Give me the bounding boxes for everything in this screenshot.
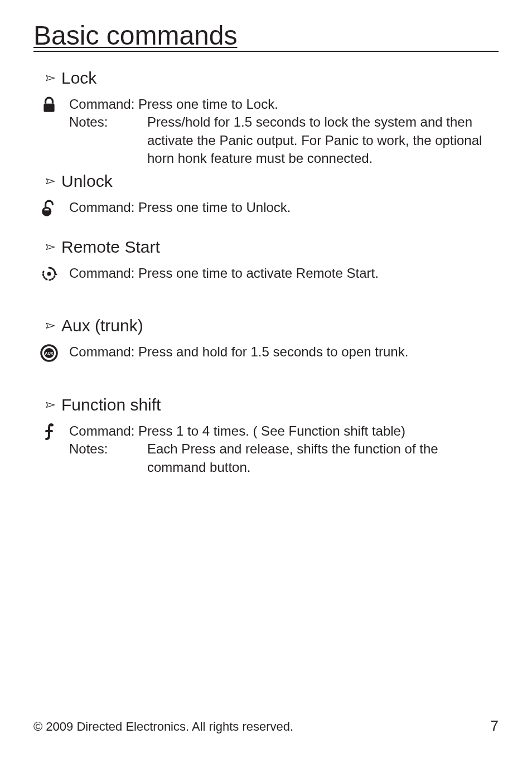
lock-notes-text: Press/hold for 1.5 seconds to lock the s… <box>147 113 499 167</box>
aux-text: Command: Press and hold for 1.5 seconds … <box>69 343 499 361</box>
remote-command-row: Command: Press one time to activate Remo… <box>69 264 499 282</box>
fshift-text: Command: Press 1 to 4 times. ( See Funct… <box>69 422 499 476</box>
remote-command-text: : Press one time to activate Remote Star… <box>131 265 379 281</box>
unlock-command-text: : Press one time to Unlock. <box>131 200 291 215</box>
section-aux: Aux (trunk) AUX Command: Press and hold … <box>33 316 499 362</box>
unlock-icon <box>38 199 60 218</box>
arrowhead-icon <box>46 177 56 185</box>
heading-lock: Lock <box>33 69 499 88</box>
heading-fshift-text: Function shift <box>61 395 161 414</box>
aux-block: AUX Command: Press and hold for 1.5 seco… <box>33 343 499 362</box>
aux-command-text: : Press and hold for 1.5 seconds to open… <box>131 344 409 359</box>
lock-block: Command: Press one time to Lock. Notes: … <box>33 95 499 168</box>
command-label: Command <box>69 423 131 438</box>
page-title-wrap: Basic commands <box>33 21 499 52</box>
unlock-command-row: Command: Press one time to Unlock. <box>69 199 499 216</box>
arrowhead-icon <box>46 322 56 330</box>
arrowhead-icon <box>46 401 56 409</box>
heading-aux: Aux (trunk) <box>33 316 499 335</box>
document-page: Basic commands Lock Command: Press one t… <box>0 0 532 758</box>
heading-remote-start: Remote Start <box>33 238 499 257</box>
fshift-block: Command: Press 1 to 4 times. ( See Funct… <box>33 422 499 476</box>
lock-notes-row: Notes: Press/hold for 1.5 seconds to loc… <box>69 113 499 167</box>
copyright-text: © 2009 Directed Electronics. All rights … <box>33 720 293 734</box>
heading-function-shift: Function shift <box>33 395 499 414</box>
command-label: Command <box>69 200 131 215</box>
svg-point-1 <box>42 207 51 216</box>
heading-unlock: Unlock <box>33 172 499 191</box>
function-shift-icon <box>38 422 60 440</box>
lock-text: Command: Press one time to Lock. Notes: … <box>69 95 499 168</box>
remote-block: Command: Press one time to activate Remo… <box>33 264 499 282</box>
lock-command-text: : Press one time to Lock. <box>131 96 278 112</box>
svg-point-7 <box>50 423 54 426</box>
heading-lock-text: Lock <box>61 69 96 88</box>
remote-text: Command: Press one time to activate Remo… <box>69 264 499 282</box>
section-lock: Lock Command: Press one time to Lock. No… <box>33 69 499 168</box>
aux-command-row: Command: Press and hold for 1.5 seconds … <box>69 343 499 361</box>
svg-text:AUX: AUX <box>45 351 54 355</box>
section-unlock: Unlock Command: Press one time to Unlock… <box>33 172 499 218</box>
lock-command-row: Command: Press one time to Lock. <box>69 95 499 113</box>
fshift-notes-row: Notes: Each Press and release, shifts th… <box>69 440 499 476</box>
heading-unlock-text: Unlock <box>61 172 113 191</box>
command-label: Command <box>69 265 131 281</box>
command-label: Command <box>69 344 131 359</box>
unlock-text: Command: Press one time to Unlock. <box>69 199 499 216</box>
page-title: Basic commands <box>33 21 499 51</box>
remote-start-icon <box>38 264 60 282</box>
unlock-block: Command: Press one time to Unlock. <box>33 199 499 218</box>
notes-label: Notes: <box>69 440 147 458</box>
arrowhead-icon <box>46 243 56 251</box>
heading-aux-text: Aux (trunk) <box>61 316 143 335</box>
fshift-notes-text: Each Press and release, shifts the funct… <box>147 440 499 476</box>
svg-point-2 <box>47 272 51 276</box>
svg-rect-0 <box>43 104 54 112</box>
aux-icon: AUX <box>38 343 60 362</box>
page-number: 7 <box>491 717 499 735</box>
heading-remote-text: Remote Start <box>61 238 160 257</box>
lock-icon <box>38 95 60 113</box>
section-function-shift: Function shift Command: Press 1 to 4 tim… <box>33 395 499 476</box>
fshift-command-row: Command: Press 1 to 4 times. ( See Funct… <box>69 422 499 440</box>
page-footer: © 2009 Directed Electronics. All rights … <box>33 717 499 735</box>
arrowhead-icon <box>46 74 56 82</box>
command-label: Command <box>69 96 131 112</box>
section-remote-start: Remote Start Command: Press one time to … <box>33 238 499 282</box>
notes-label: Notes: <box>69 113 147 131</box>
fshift-command-text: : Press 1 to 4 times. ( See Function shi… <box>131 423 405 438</box>
